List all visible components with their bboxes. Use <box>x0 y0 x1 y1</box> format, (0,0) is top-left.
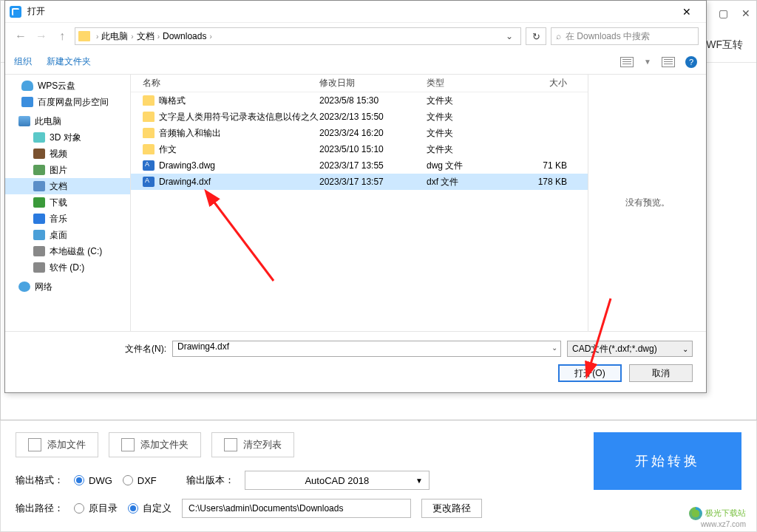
file-name: 音频输入和输出 <box>159 127 221 140</box>
sidebar-item[interactable]: 音乐 <box>5 211 130 227</box>
app-logo-icon <box>10 6 21 18</box>
sidebar-item-label: 图片 <box>50 164 67 177</box>
add-file-button[interactable]: 添加文件 <box>16 432 98 457</box>
sidebar-icon <box>33 230 45 240</box>
dialog-bottom: 文件名(N): Drawing4.dxf ⌄ CAD文件(*.dxf;*.dwg… <box>5 331 706 392</box>
start-convert-button[interactable]: 开始转换 <box>594 432 741 490</box>
sidebar-icon <box>33 132 45 143</box>
breadcrumb-segment[interactable]: 此电脑 <box>101 30 128 43</box>
output-path-input[interactable]: C:\Users\admin\Documents\Downloads <box>182 499 411 518</box>
change-path-button[interactable]: 更改路径 <box>421 499 482 518</box>
chevron-down-icon[interactable]: ⌄ <box>682 345 688 353</box>
sidebar-icon <box>18 282 30 292</box>
sidebar-item[interactable]: 下载 <box>5 194 130 211</box>
breadcrumb-segment[interactable]: Downloads <box>163 31 206 41</box>
file-type: dxf 文件 <box>427 176 515 188</box>
file-row[interactable]: 文字是人类用符号记录表达信息以传之久...2023/2/13 15:50文件夹 <box>131 109 588 125</box>
sidebar-item-label: 软件 (D:) <box>50 262 84 274</box>
breadcrumb-dropdown-icon[interactable]: ⌄ <box>501 31 517 41</box>
preview-pane-icon[interactable] <box>662 57 675 67</box>
file-row[interactable]: 嗨格式2023/5/8 15:30文件夹 <box>131 92 588 109</box>
path-original-radio[interactable]: 原目录 <box>74 502 118 515</box>
file-type: 文件夹 <box>427 111 515 123</box>
sidebar-item[interactable]: 图片 <box>5 162 130 178</box>
sidebar-item[interactable]: 百度网盘同步空间 <box>5 94 130 110</box>
sidebar-item-label: 本地磁盘 (C:) <box>50 245 102 258</box>
dialog-toolbar: 组织 新建文件夹 ▼ ? <box>5 50 706 75</box>
dialog-close-button[interactable]: ✕ <box>672 6 702 18</box>
sidebar-item[interactable]: 软件 (D:) <box>5 259 130 276</box>
sidebar: WPS云盘百度网盘同步空间此电脑3D 对象视频图片文档下载音乐桌面本地磁盘 (C… <box>5 75 131 331</box>
open-button[interactable]: 打开(O) <box>558 364 622 382</box>
file-date: 2023/5/10 15:10 <box>319 144 427 154</box>
file-row[interactable]: Drawing4.dxf2023/3/17 13:57dxf 文件178 KB <box>131 174 588 190</box>
file-size: 178 KB <box>515 177 567 187</box>
cancel-button[interactable]: 取消 <box>629 364 693 382</box>
sidebar-icon <box>21 81 33 91</box>
file-icon <box>143 160 155 171</box>
chevron-down-icon[interactable]: ⌄ <box>551 344 557 352</box>
search-placeholder: 在 Downloads 中搜索 <box>566 30 650 43</box>
search-input[interactable]: ⌕ 在 Downloads 中搜索 <box>551 27 699 45</box>
watermark-logo-icon <box>689 507 702 520</box>
sidebar-icon <box>21 97 33 107</box>
outer-maximize-icon[interactable]: ▢ <box>719 7 728 19</box>
add-folder-button[interactable]: 添加文件夹 <box>109 432 201 457</box>
view-mode-icon[interactable] <box>620 57 634 67</box>
sidebar-item-label: 百度网盘同步空间 <box>38 96 109 109</box>
help-icon[interactable]: ? <box>685 56 697 68</box>
file-row[interactable]: Drawing3.dwg2023/3/17 13:55dwg 文件71 KB <box>131 157 588 174</box>
file-icon <box>143 144 155 154</box>
sidebar-item[interactable]: WPS云盘 <box>5 78 130 94</box>
organize-menu[interactable]: 组织 <box>14 55 32 68</box>
file-name: 文字是人类用符号记录表达信息以传之久... <box>159 111 319 123</box>
sidebar-item[interactable]: 本地磁盘 (C:) <box>5 243 130 259</box>
col-header-name[interactable]: 名称 <box>131 77 319 89</box>
file-type: 文件夹 <box>427 95 515 107</box>
sidebar-item[interactable]: 桌面 <box>5 227 130 243</box>
sidebar-item[interactable]: 视频 <box>5 146 130 162</box>
breadcrumb[interactable]: › 此电脑 › 文档 › Downloads › ⌄ <box>75 27 521 45</box>
nav-forward-icon[interactable]: → <box>33 28 50 44</box>
nav-back-icon[interactable]: ← <box>13 28 29 44</box>
path-custom-radio[interactable]: 自定义 <box>128 502 172 515</box>
sidebar-icon <box>33 214 45 224</box>
sidebar-item-label: 3D 对象 <box>50 132 81 144</box>
folder-plus-icon <box>121 438 135 451</box>
col-header-type[interactable]: 类型 <box>427 77 515 89</box>
preview-pane: 没有预览。 <box>588 75 706 331</box>
dialog-title: 打开 <box>27 5 672 18</box>
format-dxf-radio[interactable]: DXF <box>123 475 157 486</box>
sidebar-item[interactable]: 此电脑 <box>5 113 130 129</box>
nav-up-icon[interactable]: ↑ <box>54 28 70 44</box>
version-select[interactable]: AutoCAD 2018▼ <box>245 471 430 490</box>
filename-input[interactable]: Drawing4.dxf ⌄ <box>172 341 561 357</box>
filetype-select[interactable]: CAD文件(*.dxf;*.dwg) ⌄ <box>567 341 693 357</box>
file-type: dwg 文件 <box>427 160 515 172</box>
file-icon <box>143 95 155 106</box>
file-list-header: 名称 修改日期 类型 大小 <box>131 75 588 92</box>
file-type: 文件夹 <box>427 127 515 140</box>
clear-list-button[interactable]: 清空列表 <box>211 432 294 457</box>
col-header-date[interactable]: 修改日期 <box>319 77 427 89</box>
chevron-down-icon: ▼ <box>415 477 423 485</box>
refresh-button[interactable]: ↻ <box>526 27 546 45</box>
sidebar-item[interactable]: 3D 对象 <box>5 129 130 146</box>
file-row[interactable]: 音频输入和输出2023/3/24 16:20文件夹 <box>131 125 588 141</box>
new-folder-button[interactable]: 新建文件夹 <box>47 55 91 68</box>
format-dwg-radio[interactable]: DWG <box>74 475 112 486</box>
outer-close-icon[interactable]: ✕ <box>741 7 750 19</box>
app-bottom-panel: 添加文件 添加文件夹 清空列表 输出格式： DWG DXF 输出版本： Auto… <box>0 420 757 532</box>
dialog-titlebar: 打开 ✕ <box>5 1 706 23</box>
file-date: 2023/3/17 13:57 <box>319 177 427 187</box>
trash-icon <box>224 438 237 451</box>
file-icon <box>143 112 155 122</box>
sidebar-item[interactable]: 网络 <box>5 279 130 295</box>
sidebar-item[interactable]: 文档 <box>5 178 130 194</box>
breadcrumb-segment[interactable]: 文档 <box>137 30 155 43</box>
col-header-size[interactable]: 大小 <box>515 77 567 89</box>
file-row[interactable]: 作文2023/5/10 15:10文件夹 <box>131 141 588 157</box>
dialog-nav-row: ← → ↑ › 此电脑 › 文档 › Downloads › ⌄ ↻ ⌕ 在 D… <box>5 23 706 50</box>
sidebar-item-label: 下载 <box>50 197 67 209</box>
sidebar-icon <box>33 165 45 175</box>
